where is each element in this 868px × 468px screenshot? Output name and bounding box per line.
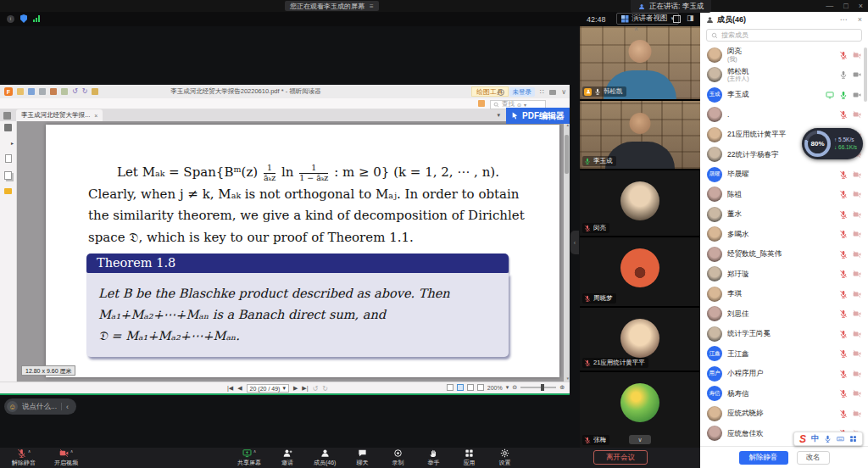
zoom-out-icon[interactable]: ⊖ <box>512 384 517 391</box>
member-row[interactable]: 韩松凯 (主持人) <box>700 65 868 86</box>
hand-tool-icon[interactable] <box>92 88 98 95</box>
view-mode-button[interactable]: 演讲者视图 ▾ <box>616 13 679 25</box>
video-tile[interactable]: 21应用统计黄平平 <box>580 308 700 370</box>
network-signal-icon[interactable] <box>33 15 40 22</box>
apps-grid-icon[interactable] <box>849 435 857 443</box>
member-row[interactable]: 寿信 杨寿信 <box>700 384 868 404</box>
close-tab-icon[interactable]: × <box>94 113 97 119</box>
redo-icon[interactable]: ↻ <box>82 88 88 95</box>
layers-panel-icon[interactable] <box>4 171 12 180</box>
leave-meeting-button[interactable]: 离开会议 <box>593 450 648 465</box>
toolbar-button[interactable]: 应用 <box>456 448 481 467</box>
video-tile[interactable]: 闵亮 <box>580 170 700 236</box>
zoom-slider-thumb[interactable] <box>541 384 544 391</box>
search-members-input[interactable]: 搜索成员 <box>706 29 862 42</box>
pdf-editor-button[interactable]: PDF编辑器 <box>506 108 570 124</box>
zoom-in-icon[interactable]: ⊕ <box>559 384 565 391</box>
member-row[interactable]: 多喝水 <box>700 225 868 245</box>
page-number-input[interactable]: 20 (20 / 49) ▾ <box>247 384 289 393</box>
maximize-icon[interactable]: □ <box>843 2 848 10</box>
save-icon[interactable] <box>28 88 35 95</box>
pdf-menu-tab[interactable] <box>83 98 93 109</box>
minimize-icon[interactable]: — <box>826 2 833 10</box>
pdf-menu-tab[interactable] <box>63 98 73 109</box>
zoom-slider[interactable] <box>520 387 556 388</box>
chevron-up-icon[interactable]: ∧ <box>253 448 257 454</box>
pdf-menu-tab[interactable] <box>42 98 53 109</box>
comment-icon[interactable] <box>549 90 556 95</box>
sogou-logo[interactable]: S <box>799 433 806 445</box>
rename-button[interactable]: 改名 <box>797 451 830 465</box>
toolbar-button[interactable]: 设置 <box>492 448 517 467</box>
ime-language-toggle[interactable]: 中 <box>811 433 819 444</box>
pdf-menu-tab[interactable] <box>93 98 103 109</box>
last-page-icon[interactable]: ▶| <box>302 385 308 392</box>
member-row[interactable]: 刘思佳 <box>700 304 868 325</box>
side-panel-toggle-icon[interactable]: ◨ <box>687 14 694 22</box>
toolbar-button[interactable]: 成员(46) <box>310 448 339 467</box>
pdf-menu-tab[interactable] <box>124 98 134 109</box>
zoom-level[interactable]: 200% <box>487 385 503 391</box>
pdf-menu-tab[interactable] <box>53 98 63 109</box>
scroll-down-icon[interactable]: ▾ <box>566 376 569 381</box>
pdf-menu-tab[interactable] <box>103 98 114 109</box>
open-icon[interactable] <box>17 88 24 95</box>
toolbar-button[interactable]: 邀请 <box>275 448 300 467</box>
ime-toolbar[interactable]: S 中 <box>793 432 863 446</box>
member-row[interactable]: 玉成 李玉成 <box>700 85 868 105</box>
performance-gauge-overlay[interactable]: 80% ↑ 5.5K/s ↓ 66.1K/s <box>802 128 863 159</box>
info-icon[interactable]: i <box>7 15 14 23</box>
member-row[interactable]: 董水 <box>700 204 868 225</box>
expand-sidebar-icon[interactable]: ▸ <box>11 140 14 146</box>
view-mode-continuous-icon[interactable] <box>457 384 464 391</box>
collapse-ribbon-icon[interactable]: ∨ <box>561 88 566 96</box>
tab-list-chevron-icon[interactable]: ▾ <box>497 112 500 119</box>
menu-icon[interactable]: ≡ <box>370 3 374 10</box>
close-icon[interactable]: × <box>859 2 863 10</box>
next-view-icon[interactable]: ↻ <box>322 385 328 393</box>
more-options-icon[interactable]: ⋯ <box>840 15 848 24</box>
toolbar-button[interactable]: ∧ 解除静音 <box>8 448 39 467</box>
vertical-scrollbar[interactable]: ▴ ▾ <box>564 121 570 382</box>
video-tile[interactable]: 周晓梦 <box>580 237 700 306</box>
history-icon[interactable] <box>498 89 504 96</box>
chevron-up-icon[interactable]: ∧ <box>70 448 74 454</box>
prev-view-icon[interactable]: ↺ <box>313 385 319 393</box>
scrollbar-thumb[interactable] <box>864 47 867 102</box>
collapse-caption-icon[interactable]: ‹ <box>66 403 69 411</box>
toolbar-button[interactable]: ∧ 共享屏幕 <box>234 448 264 467</box>
scrollbar-thumb[interactable] <box>565 135 569 174</box>
find-options-icon[interactable]: ⊙ <box>517 102 521 108</box>
toolbar-button[interactable]: 举手 <box>420 448 446 467</box>
email-icon[interactable] <box>50 88 57 95</box>
print-icon[interactable] <box>39 88 46 95</box>
page-thumbnails-icon[interactable] <box>5 154 12 163</box>
close-panel-icon[interactable]: × <box>858 15 862 24</box>
document-tab[interactable]: 李玉成河北经贸大学报... × <box>16 109 103 121</box>
video-tile[interactable]: 韩松凯 <box>580 26 700 99</box>
member-row[interactable]: 应统武晓婷 <box>700 404 868 424</box>
chevron-down-icon[interactable]: ▾ <box>524 102 526 108</box>
member-row[interactable]: 江鑫 王江鑫 <box>700 344 868 365</box>
pdf-menu-tab[interactable] <box>32 98 42 109</box>
fullscreen-icon[interactable] <box>673 15 681 23</box>
pdf-menu-tab[interactable] <box>2 98 12 109</box>
video-tile[interactable]: 李玉成 <box>580 101 700 169</box>
member-row[interactable]: . <box>700 105 868 125</box>
pdf-menu-tab[interactable] <box>12 98 22 109</box>
collapse-videos-button[interactable]: ∨ <box>629 435 651 444</box>
toolbar-button[interactable]: 聊天 <box>349 448 375 467</box>
grid-icon[interactable]: ∷ <box>540 88 544 96</box>
member-row[interactable]: 郑玗璇 <box>700 265 868 285</box>
member-row[interactable]: 闵亮 (我) <box>700 45 868 65</box>
collapse-strip-chevron-icon[interactable]: ∧ <box>634 25 638 32</box>
member-row[interactable]: 统计学王尚冕 <box>700 324 868 344</box>
view-mode-facing-icon[interactable] <box>467 384 474 391</box>
mic-icon[interactable] <box>824 435 832 443</box>
chevron-down-icon[interactable]: ▾ <box>506 384 509 391</box>
pdf-menu-tab[interactable] <box>22 98 32 109</box>
prev-page-icon[interactable]: ◀ <box>237 385 242 392</box>
sidebar-toggle-icon[interactable] <box>3 112 11 120</box>
member-row[interactable]: 晟曜 毕晟曜 <box>700 164 868 185</box>
member-row[interactable]: 陈祖 <box>700 185 868 205</box>
